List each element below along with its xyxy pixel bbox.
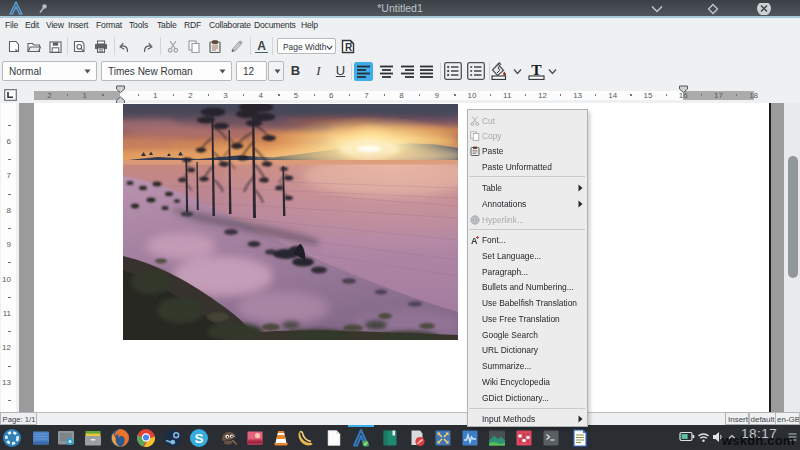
svg-text:T: T: [531, 61, 542, 78]
svg-text:A: A: [471, 236, 478, 246]
svg-text:R: R: [345, 42, 353, 53]
svg-text:S: S: [194, 431, 203, 446]
